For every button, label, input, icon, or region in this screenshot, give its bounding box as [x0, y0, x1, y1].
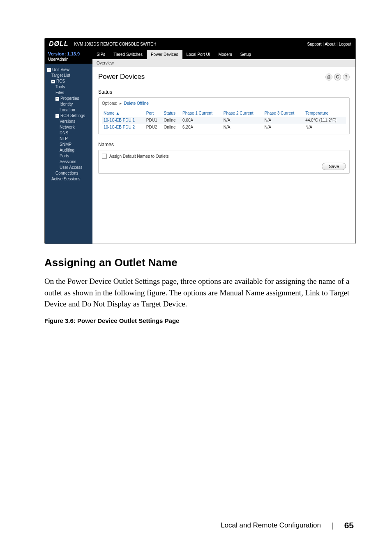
status-section-label: Status — [98, 89, 350, 95]
page-number: 65 — [344, 520, 354, 530]
tree-connections[interactable]: Connections — [47, 170, 92, 176]
footer-divider: | — [332, 521, 334, 530]
cell-p3: N/A — [263, 117, 304, 124]
page-title: Power Devices — [98, 73, 145, 81]
tree-properties[interactable]: −Properties — [47, 96, 92, 101]
tree-unit-view[interactable]: −Unit View — [47, 67, 92, 73]
tab-tiered-switches[interactable]: Tiered Switches — [109, 50, 147, 59]
tree-user-access[interactable]: User Access — [47, 165, 92, 170]
cell-temp: N/A — [304, 124, 346, 131]
col-status[interactable]: Status — [162, 110, 181, 117]
tree-auditing[interactable]: Auditing — [47, 147, 92, 153]
product-name: KVM 1082DS REMOTE CONSOLE SWITCH — [74, 42, 307, 46]
collapse-icon[interactable]: − — [51, 80, 55, 83]
cell-port: PDU2 — [145, 124, 162, 131]
tree-versions[interactable]: Versions — [47, 119, 92, 124]
tree-rcs-settings[interactable]: −RCS Settings — [47, 113, 92, 119]
figure-caption: Figure 3.6: Power Device Outlet Settings… — [44, 317, 354, 324]
tree-network[interactable]: Network — [47, 124, 92, 130]
assign-default-names-row[interactable]: Assign Default Names to Outlets — [102, 154, 346, 159]
version-block: Version: 1.13.9 UserAdmin — [45, 50, 92, 64]
tree-rcs[interactable]: −RCS — [47, 78, 92, 84]
cell-name[interactable]: 10-1C-EB PDU 2 — [102, 124, 145, 131]
cell-p2: N/A — [222, 124, 263, 131]
names-section-label: Names — [98, 142, 350, 147]
cell-p1: 6.20A — [181, 124, 222, 131]
table-row[interactable]: 10-1C-EB PDU 1 PDU1 Online 0.00A N/A N/A… — [102, 117, 346, 124]
cell-status: Online — [162, 124, 181, 131]
col-port[interactable]: Port — [145, 110, 162, 117]
dell-logo: DØLL — [49, 40, 69, 48]
action-badges: ⎙ C ? — [325, 74, 350, 81]
nav-tree: −Unit View Target List −RCS Tools Files … — [45, 64, 92, 182]
table-row[interactable]: 10-1C-EB PDU 2 PDU2 Online 6.20A N/A N/A… — [102, 124, 346, 131]
header-links[interactable]: Support | About | Logout — [307, 42, 352, 46]
kvm-screenshot: DØLL KVM 1082DS REMOTE CONSOLE SWITCH Su… — [44, 38, 356, 244]
tree-ports[interactable]: Ports — [47, 153, 92, 159]
tree-location[interactable]: Location — [47, 107, 92, 113]
tree-tools[interactable]: Tools — [47, 84, 92, 90]
col-temp[interactable]: Temperature — [304, 110, 346, 117]
cell-port: PDU1 — [145, 117, 162, 124]
collapse-icon[interactable]: − — [55, 114, 59, 118]
tree-dns[interactable]: DNS — [47, 130, 92, 136]
tree-snmp[interactable]: SNMP — [47, 142, 92, 147]
tree-target-list[interactable]: Target List — [47, 73, 92, 78]
tab-power-devices[interactable]: Power Devices — [147, 50, 182, 59]
checkbox-icon[interactable] — [102, 154, 107, 159]
section-heading: Assigning an Outlet Name — [44, 256, 354, 269]
subtab-overview[interactable]: Overview — [92, 59, 355, 67]
col-phase2[interactable]: Phase 2 Current — [222, 110, 263, 117]
tab-sips[interactable]: SIPs — [92, 50, 109, 59]
tree-ntp[interactable]: NTP — [47, 136, 92, 142]
names-box: Assign Default Names to Outlets Save — [98, 150, 350, 174]
tree-active-sessions[interactable]: Active Sessions — [47, 176, 92, 182]
collapse-icon[interactable]: − — [47, 68, 51, 72]
page-footer: Local and Remote Configuration | 65 — [0, 520, 354, 530]
assign-default-names-label: Assign Default Names to Outlets — [109, 154, 169, 159]
title-bar: DØLL KVM 1082DS REMOTE CONSOLE SWITCH Su… — [45, 38, 355, 50]
options-prefix: Options: — [102, 101, 117, 106]
cell-status: Online — [162, 117, 181, 124]
version-text: Version: 1.13.9 — [48, 51, 89, 57]
save-button[interactable]: Save — [322, 163, 346, 170]
cell-p3: N/A — [263, 124, 304, 131]
main-panel: SIPs Tiered Switches Power Devices Local… — [92, 50, 355, 244]
tab-local-port-ui[interactable]: Local Port UI — [182, 50, 214, 59]
side-nav: Version: 1.13.9 UserAdmin −Unit View Tar… — [45, 50, 92, 244]
tab-modem[interactable]: Modem — [214, 50, 236, 59]
status-box: Options: ▸ Delete Offline Name ▲ Port St… — [98, 97, 350, 134]
tree-identity[interactable]: Identity — [47, 101, 92, 107]
cell-p2: N/A — [222, 117, 263, 124]
user-text: UserAdmin — [48, 57, 89, 62]
tree-sessions[interactable]: Sessions — [47, 159, 92, 165]
cell-name[interactable]: 10-1C-EB PDU 1 — [102, 117, 145, 124]
tree-files[interactable]: Files — [47, 90, 92, 96]
help-icon[interactable]: ? — [343, 74, 350, 81]
tab-setup[interactable]: Setup — [236, 50, 255, 59]
col-phase3[interactable]: Phase 3 Current — [263, 110, 304, 117]
col-name[interactable]: Name ▲ — [102, 110, 145, 117]
print-icon[interactable]: ⎙ — [325, 74, 332, 81]
col-phase1[interactable]: Phase 1 Current — [181, 110, 222, 117]
options-line: Options: ▸ Delete Offline — [102, 101, 346, 106]
footer-title: Local and Remote Configuration — [221, 521, 321, 530]
power-devices-table: Name ▲ Port Status Phase 1 Current Phase… — [102, 110, 346, 131]
cell-temp: 44.0°C (111.2°F) — [304, 117, 346, 124]
section-paragraph: On the Power Device Outlet Settings page… — [44, 276, 354, 310]
refresh-icon[interactable]: C — [334, 74, 341, 81]
tab-bar: SIPs Tiered Switches Power Devices Local… — [92, 50, 355, 59]
delete-offline-link[interactable]: Delete Offline — [124, 101, 148, 106]
cell-p1: 0.00A — [181, 117, 222, 124]
collapse-icon[interactable]: − — [55, 97, 59, 101]
